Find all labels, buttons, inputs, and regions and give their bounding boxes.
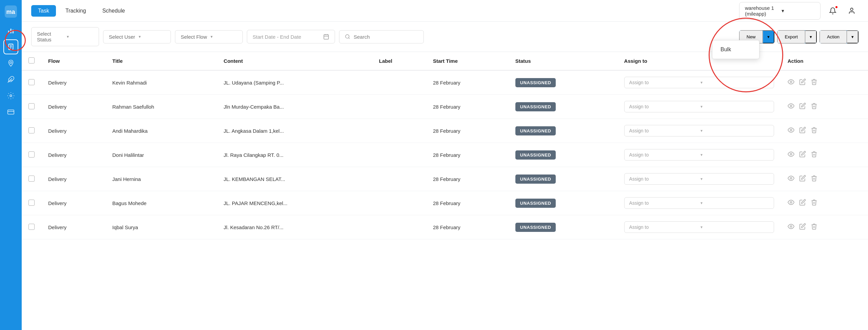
row-start-time: 28 February (426, 95, 509, 119)
col-start-time: Start Time (426, 52, 509, 70)
edit-icon[interactable] (799, 151, 806, 159)
row-checkbox[interactable] (28, 79, 35, 85)
delete-icon[interactable] (811, 175, 817, 183)
notifications-button[interactable] (826, 4, 840, 18)
svg-point-27 (790, 201, 792, 203)
row-title: Iqbal Surya (105, 215, 217, 239)
tab-task[interactable]: Task (31, 5, 56, 17)
edit-icon[interactable] (799, 127, 806, 135)
search-box[interactable] (339, 30, 424, 43)
svg-rect-13 (8, 110, 14, 114)
row-content: JL. PAJAR MENCENG,kel... (217, 191, 372, 215)
edit-icon[interactable] (799, 175, 806, 183)
row-start-time: 28 February (426, 215, 509, 239)
tab-tracking[interactable]: Tracking (59, 5, 93, 17)
row-title: Jani Hernina (105, 167, 217, 191)
assign-to-select[interactable]: Assign to ▾ (624, 77, 774, 88)
edit-icon[interactable] (799, 223, 806, 232)
row-assign: Assign to ▾ (617, 191, 781, 215)
row-status: UNASSIGNED (509, 119, 617, 143)
new-dropdown-menu: Bulk (712, 40, 760, 59)
row-checkbox-cell (22, 215, 41, 239)
date-filter-label: Start Date - End Date (253, 34, 320, 40)
assign-to-label: Assign to (629, 128, 698, 133)
view-icon[interactable] (788, 78, 794, 87)
status-badge: UNASSIGNED (515, 150, 556, 160)
row-checkbox[interactable] (28, 176, 35, 182)
assign-to-select[interactable]: Assign to ▾ (624, 173, 774, 185)
assign-to-select[interactable]: Assign to ▾ (624, 197, 774, 209)
warehouse-selector[interactable]: warehouse 1 (mileapp) ▾ (739, 2, 821, 20)
row-content: Jl. Raya Cilangkap RT. 0... (217, 143, 372, 167)
row-flow: Delivery (41, 143, 105, 167)
delete-icon[interactable] (811, 127, 817, 135)
row-checkbox[interactable] (28, 151, 35, 158)
date-filter[interactable]: Start Date - End Date (247, 30, 335, 43)
row-checkbox[interactable] (28, 224, 35, 230)
row-start-time: 28 February (426, 191, 509, 215)
edit-icon[interactable] (799, 199, 806, 207)
flow-filter[interactable]: Select Flow ▾ (175, 30, 243, 43)
delete-icon[interactable] (811, 199, 817, 207)
sidebar-item-tracking[interactable] (3, 56, 18, 71)
status-filter[interactable]: Select Status ▾ (31, 27, 99, 46)
view-icon[interactable] (788, 199, 794, 207)
search-input[interactable] (354, 34, 418, 40)
col-label: Label (372, 52, 426, 70)
delete-icon[interactable] (811, 103, 817, 111)
chevron-down-icon: ▾ (701, 177, 769, 181)
sidebar: ma (0, 0, 22, 330)
view-icon[interactable] (788, 223, 794, 232)
sidebar-item-billing[interactable] (3, 105, 18, 120)
row-checkbox[interactable] (28, 200, 35, 206)
delete-icon[interactable] (811, 78, 817, 87)
status-filter-label: Select Status (37, 31, 63, 42)
assign-to-select[interactable]: Assign to ▾ (624, 125, 774, 136)
action-dropdown-button[interactable]: ▾ (847, 30, 859, 43)
row-label (372, 95, 426, 119)
bulk-menu-item[interactable]: Bulk (712, 42, 759, 57)
row-checkbox-cell (22, 119, 41, 143)
delete-icon[interactable] (811, 151, 817, 159)
tab-schedule[interactable]: Schedule (96, 5, 132, 17)
view-icon[interactable] (788, 175, 794, 183)
sidebar-item-tasks[interactable] (3, 39, 18, 54)
table-body: Delivery Kevin Rahmadi JL. Udayana (Samp… (22, 70, 868, 239)
row-title: Andi Mahardika (105, 119, 217, 143)
export-dropdown-button[interactable]: ▾ (805, 30, 817, 43)
user-profile-button[interactable] (845, 4, 859, 18)
view-icon[interactable] (788, 151, 794, 159)
sidebar-item-dashboard[interactable] (3, 23, 18, 38)
action-button[interactable]: Action (820, 30, 847, 43)
row-status: UNASSIGNED (509, 143, 617, 167)
chevron-down-icon: ▾ (701, 225, 769, 230)
user-filter[interactable]: Select User ▾ (103, 30, 171, 43)
action-icons (788, 151, 861, 159)
assign-to-select[interactable]: Assign to ▾ (624, 149, 774, 161)
action-icons (788, 199, 861, 207)
sidebar-item-integrations[interactable] (3, 72, 18, 87)
chart-icon (7, 27, 15, 34)
view-icon[interactable] (788, 127, 794, 135)
edit-icon[interactable] (799, 103, 806, 111)
assign-to-select[interactable]: Assign to ▾ (624, 101, 774, 112)
select-all-checkbox[interactable] (28, 57, 35, 63)
export-button[interactable]: Export (777, 30, 805, 43)
row-content: JL. KEMBANGAN SELAT... (217, 167, 372, 191)
table-row: Delivery Kevin Rahmadi JL. Udayana (Samp… (22, 70, 868, 95)
chevron-down-icon: ▾ (701, 104, 769, 109)
row-title: Doni Halilintar (105, 143, 217, 167)
edit-icon[interactable] (799, 78, 806, 87)
row-checkbox[interactable] (28, 103, 35, 109)
row-checkbox[interactable] (28, 127, 35, 133)
svg-point-22 (790, 81, 792, 82)
assign-to-select[interactable]: Assign to ▾ (624, 221, 774, 233)
row-flow: Delivery (41, 167, 105, 191)
row-assign: Assign to ▾ (617, 119, 781, 143)
row-action (781, 215, 868, 239)
new-dropdown-button[interactable]: ▾ (763, 30, 774, 43)
svg-point-23 (790, 105, 792, 107)
view-icon[interactable] (788, 103, 794, 111)
delete-icon[interactable] (811, 223, 817, 232)
sidebar-item-settings[interactable] (3, 88, 18, 103)
